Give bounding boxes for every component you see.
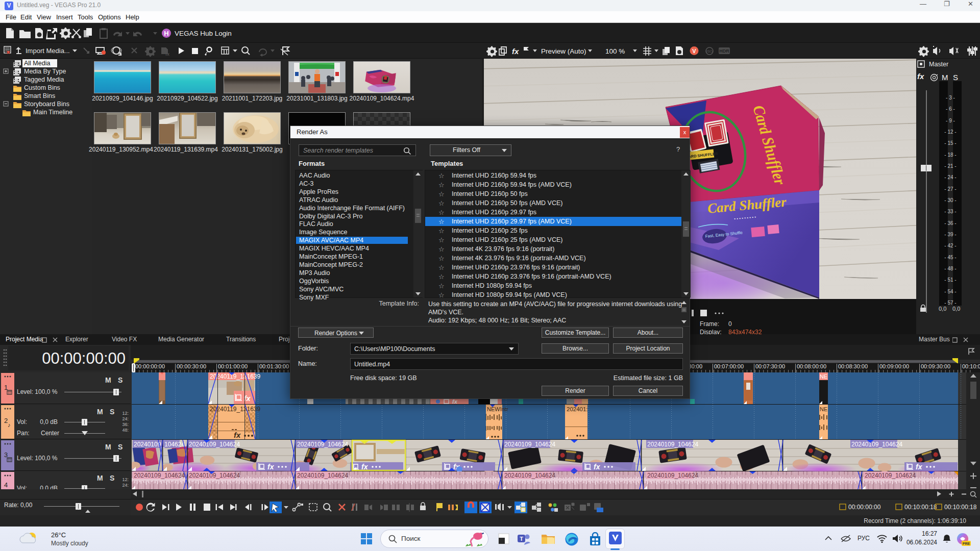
svg-text:Tagged Media: Tagged Media [24, 76, 64, 83]
svg-text:Custom Bins: Custom Bins [24, 84, 60, 91]
svg-text:- 39 -: - 39 - [944, 232, 956, 237]
svg-text:0,0: 0,0 [939, 306, 946, 312]
svg-text:- 21 -: - 21 - [944, 163, 956, 169]
svg-text:- 24 -: - 24 - [944, 174, 956, 180]
svg-text:- 54 -: - 54 - [944, 289, 956, 294]
svg-text:Media By Type: Media By Type [24, 68, 66, 75]
svg-text:- 42 -: - 42 - [944, 243, 956, 248]
svg-text:20240109_104624: 20240109_104624 [504, 472, 555, 479]
svg-text:fx: fx [916, 463, 923, 471]
svg-text:20240109_104624: 20240109_104624 [504, 441, 555, 448]
svg-text:VEGAS Hub Login: VEGAS Hub Login [175, 30, 232, 37]
svg-text:100 %: 100 % [605, 47, 625, 55]
svg-text:- 45 -: - 45 - [944, 255, 956, 260]
svg-text:NE: NE [820, 373, 827, 380]
svg-text:Preview (Auto): Preview (Auto) [541, 47, 586, 55]
svg-text:20240109_104624: 20240109_104624 [851, 441, 902, 448]
svg-text:0,0: 0,0 [952, 306, 960, 312]
svg-text:Storyboard Bins: Storyboard Bins [24, 101, 69, 108]
svg-text:H: H [164, 30, 168, 37]
svg-text:- 18 -: - 18 - [944, 152, 956, 158]
svg-text:S: S [953, 73, 958, 82]
svg-text:20240109_104624: 20240109_104624 [134, 472, 185, 479]
svg-text:00:10:00:18: 00:10:00:18 [904, 504, 937, 511]
svg-text:All Media: All Media [24, 60, 50, 67]
svg-text:NE: NE [820, 406, 827, 412]
svg-text:- 33 -: - 33 - [944, 209, 956, 214]
svg-text:fx: fx [244, 394, 251, 403]
svg-text:20240109_104624: 20240109_104624 [297, 472, 348, 479]
svg-text:20240109_104624: 20240109_104624 [297, 441, 348, 448]
svg-text:PRE: PRE [963, 542, 970, 545]
svg-text:- 9 -: - 9 - [946, 118, 955, 123]
svg-text:- 48 -: - 48 - [944, 266, 956, 271]
svg-text:V: V [692, 48, 696, 54]
svg-text:HDR: HDR [719, 48, 729, 54]
svg-text:fx: fx [512, 47, 519, 56]
svg-text:- 6 -: - 6 - [946, 106, 955, 112]
svg-text:20240119_131639: 20240119_131639 [210, 373, 261, 380]
svg-text:- 15 -: - 15 - [944, 140, 956, 146]
svg-text:00:10:00:18: 00:10:00:18 [944, 504, 977, 511]
svg-text:- 36 -: - 36 - [944, 220, 956, 226]
svg-text:fx: fx [165, 52, 169, 57]
svg-text:20240109_104624: 20240109_104624 [865, 472, 916, 479]
svg-text:fx: fx [361, 463, 369, 471]
svg-text:fx: fx [267, 463, 275, 471]
svg-text:Import Media...: Import Media... [26, 47, 70, 55]
svg-text:fx: fx [234, 431, 241, 439]
svg-text:- 3 -: - 3 - [946, 95, 955, 101]
svg-text:- 57 -: - 57 - [944, 300, 956, 306]
svg-text:ISO: ISO [706, 49, 713, 53]
svg-text:- 30 -: - 30 - [944, 197, 956, 203]
svg-text:fx: fx [917, 72, 924, 81]
svg-text:00:00:00:00: 00:00:00:00 [848, 504, 881, 511]
svg-text:20240109_104624: 20240109_104624 [647, 441, 698, 448]
svg-text:T: T [520, 536, 523, 542]
svg-text:20240109_104624: 20240109_104624 [189, 441, 240, 448]
svg-text:fx: fx [452, 398, 458, 405]
svg-text:202401:: 202401: [567, 406, 588, 412]
svg-text:Master: Master [929, 61, 948, 68]
svg-text:20240109_104624: 20240109_104624 [647, 472, 698, 479]
svg-text:M: M [942, 73, 948, 82]
svg-text:20240109_104624: 20240109_104624 [189, 472, 240, 479]
svg-text:Smart Bins: Smart Bins [24, 92, 55, 99]
svg-text:Main Timeline: Main Timeline [33, 109, 72, 116]
svg-text:fx: fx [594, 463, 601, 471]
svg-text:- 12 -: - 12 - [944, 129, 956, 135]
svg-text:- 27 -: - 27 - [944, 186, 956, 192]
svg-text:NEWIntr: NEWIntr [487, 406, 508, 412]
svg-text:- 51 -: - 51 - [944, 277, 956, 283]
